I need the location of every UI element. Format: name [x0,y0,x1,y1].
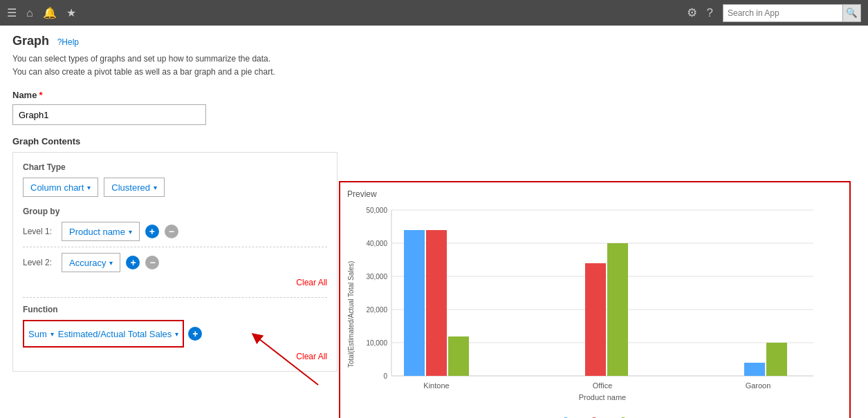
bar-office-B [607,243,628,376]
chart-type-dropdown[interactable]: Column chart ▾ [23,178,98,197]
chevron-down-icon: ▾ [129,228,132,236]
function-box: Sum ▾ Estimated/Actual Total Sales ▾ [23,320,184,348]
graph-contents-label: Graph Contents [12,136,856,146]
desc-line2: You can also create a pivot table as wel… [12,66,856,79]
group-by-section: Group by Level 1: Product name ▾ + − Lev… [23,207,327,287]
page-title: Graph [12,34,49,48]
hamburger-icon[interactable]: ☰ [7,6,17,19]
level1-label: Level 1: [23,227,56,236]
help-link[interactable]: ?Help [57,37,79,47]
level2-remove-button[interactable]: − [145,256,159,269]
svg-text:Kintone: Kintone [423,381,449,390]
chart-wrapper: Total(Estimated/Actual Total Sales) 0 10… [347,203,840,418]
field-value: Estimated/Actual Total Sales [58,329,172,339]
desc-line1: You can select types of graphs and set u… [12,53,856,66]
level1-dropdown[interactable]: Product name ▾ [62,222,140,241]
preview-panel: Preview Total(Estimated/Actual Total Sal… [339,181,851,418]
home-icon[interactable]: ⌂ [26,7,33,19]
search-box: 🔍 [723,4,861,22]
chevron-down-icon: ▾ [109,259,113,267]
chart-type-label: Chart Type [23,162,327,172]
required-star: * [39,90,42,100]
sum-value: Sum [28,329,47,339]
chart-type-value: Column chart [30,182,84,193]
sum-dropdown[interactable]: Sum ▾ [28,324,54,343]
y-axis-label: Total(Estimated/Actual Total Sales) [347,203,357,418]
level2-label: Level 2: [23,258,56,267]
bell-icon[interactable]: 🔔 [43,6,57,19]
divider [23,247,327,247]
svg-text:Product name: Product name [579,393,626,401]
name-label: Name* [12,90,856,100]
bar-kintone-B [448,336,469,376]
function-clear-all[interactable]: Clear All [23,352,327,361]
svg-text:0: 0 [383,372,387,380]
main-content: Graph ?Help You can select types of grap… [0,26,868,418]
bar-garoon-A [744,363,765,376]
svg-text:30,000: 30,000 [366,273,387,281]
svg-text:Garoon: Garoon [746,381,771,390]
bar-kintone-A [404,230,425,376]
preview-label: Preview [347,189,840,199]
function-label: Function [23,305,327,314]
description: You can select types of graphs and set u… [12,53,856,79]
chart-area: 0 10,000 20,000 30,000 40,000 50,000 [357,203,840,418]
chevron-down-icon: ▾ [50,330,54,338]
chart-svg: 0 10,000 20,000 30,000 40,000 50,000 [357,203,827,410]
svg-text:20,000: 20,000 [366,306,387,314]
level1-add-button[interactable]: + [145,225,159,238]
svg-text:10,000: 10,000 [366,339,387,347]
level2-value: Accuracy [69,258,106,268]
group-by-label: Group by [23,207,327,216]
level2-add-button[interactable]: + [126,256,140,269]
group-by-clear-all[interactable]: Clear All [23,278,327,287]
search-input[interactable] [723,5,842,21]
level2-row: Level 2: Accuracy ▾ + − [23,253,327,272]
chevron-down-icon: ▾ [175,330,178,338]
bar-kintone-C [426,230,447,376]
svg-text:50,000: 50,000 [366,207,387,214]
function-section: Function Sum ▾ Estimated/Actual Total Sa… [23,297,327,361]
bar-garoon-B [766,343,787,376]
chevron-down-icon: ▾ [154,184,157,191]
level1-value: Product name [69,227,125,237]
star-icon[interactable]: ★ [66,6,76,19]
svg-text:Office: Office [593,381,613,390]
function-add-button[interactable]: + [188,327,202,341]
level2-dropdown[interactable]: Accuracy ▾ [62,253,120,272]
search-button[interactable]: 🔍 [842,5,860,21]
gear-icon[interactable]: ⚙ [687,6,697,20]
topnav: ☰ ⌂ 🔔 ★ ⚙ ? 🔍 [0,0,868,26]
graph-contents-section: Chart Type Column chart ▾ Clustered ▾ Gr… [12,152,338,372]
name-input[interactable] [12,104,206,125]
cluster-dropdown[interactable]: Clustered ▾ [104,178,165,197]
cluster-value: Clustered [111,182,150,193]
chevron-down-icon: ▾ [87,184,91,191]
help-icon[interactable]: ? [707,6,713,20]
field-dropdown[interactable]: Estimated/Actual Total Sales ▾ [58,324,179,343]
bar-office-C [585,263,606,376]
level1-row: Level 1: Product name ▾ + − [23,222,327,241]
level1-remove-button[interactable]: − [165,225,178,238]
svg-text:40,000: 40,000 [366,240,387,247]
chart-type-row: Column chart ▾ Clustered ▾ [23,178,327,197]
